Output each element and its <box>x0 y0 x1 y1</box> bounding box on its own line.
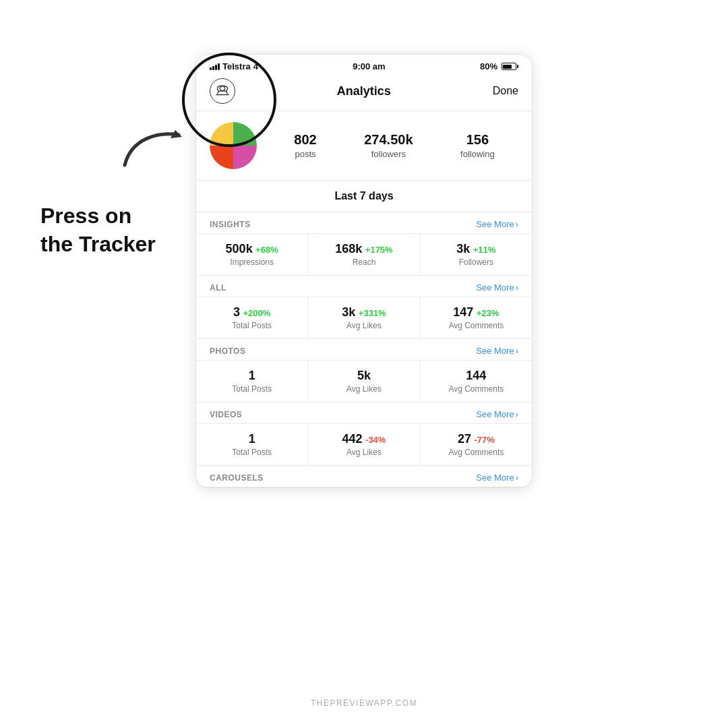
avatar-quadrant-bl <box>210 146 233 169</box>
metric-avg-comments-photos: 144 Avg Comments <box>421 361 532 402</box>
metric-value: 144 <box>431 369 521 383</box>
metric-value: 1 <box>207 432 297 446</box>
footer: THEPREVIEWAPP.COM <box>0 698 728 708</box>
period-section: Last 7 days <box>196 181 532 212</box>
done-button[interactable]: Done <box>493 85 518 97</box>
insights-header: INSIGHTS See More › <box>196 212 532 233</box>
metric-avg-likes-all: 3k +331% Avg Likes <box>308 297 420 338</box>
all-section: ALL See More › 3 +200% Total Posts 3k +3… <box>196 276 532 339</box>
metric-value: 5k <box>319 369 408 383</box>
chevron-right-icon: › <box>516 409 518 419</box>
avatar-quadrant-tl <box>210 122 233 146</box>
avatar-quadrant-tr <box>233 122 257 146</box>
insights-title: INSIGHTS <box>210 220 251 229</box>
profile-stats: 802 posts 274.50k followers 156 followin… <box>270 132 518 160</box>
metric-total-posts-all: 3 +200% Total Posts <box>196 297 308 338</box>
instruction-line1: Press on <box>40 202 156 231</box>
metric-value: 442 -34% <box>319 432 408 446</box>
instruction-text: Press on the Tracker <box>40 202 156 258</box>
stat-posts: 802 posts <box>294 132 316 160</box>
battery-tip <box>517 65 518 68</box>
all-see-more-label: See More <box>476 282 514 293</box>
posts-label: posts <box>295 149 315 159</box>
all-metrics-row: 3 +200% Total Posts 3k +331% Avg Likes 1… <box>196 297 532 338</box>
chevron-right-icon: › <box>516 219 518 229</box>
followers-value: 274.50k <box>364 132 413 148</box>
posts-value: 802 <box>294 132 316 148</box>
photos-see-more[interactable]: See More › <box>476 346 518 356</box>
footer-text: THEPREVIEWAPP.COM <box>311 698 417 708</box>
metric-followers: 3k +11% Followers <box>421 234 532 275</box>
metric-value: 147 +23% <box>431 305 521 320</box>
status-left: Telstra 4 <box>210 61 258 71</box>
spy-icon <box>215 84 230 98</box>
photos-section: PHOTOS See More › 1 Total Posts 5k Avg L… <box>196 339 532 402</box>
videos-header: VIDEOS See More › <box>196 402 532 423</box>
signal-bars-icon <box>210 63 220 70</box>
signal-bar-1 <box>210 67 212 70</box>
photos-metrics-row: 1 Total Posts 5k Avg Likes 144 Avg Comme… <box>196 360 532 402</box>
metric-impressions: 500k +68% Impressions <box>196 234 308 275</box>
chevron-right-icon: › <box>516 282 518 293</box>
insights-see-more[interactable]: See More › <box>476 219 518 229</box>
avatar-grid <box>210 122 257 169</box>
status-right: 80% <box>480 61 518 71</box>
status-bar: Telstra 4 9:00 am 80% <box>196 55 532 75</box>
battery-body <box>502 63 516 70</box>
metric-value: 3k +11% <box>431 242 521 256</box>
metric-avg-comments-videos: 27 -77% Avg Comments <box>421 424 532 465</box>
all-see-more[interactable]: See More › <box>476 282 518 293</box>
photos-header: PHOTOS See More › <box>196 339 532 360</box>
metric-total-posts-videos: 1 Total Posts <box>196 424 308 465</box>
carrier-label: Telstra <box>222 61 251 71</box>
metric-avg-comments-all: 147 +23% Avg Comments <box>421 297 532 338</box>
signal-bar-2 <box>212 66 214 70</box>
battery-percent: 80% <box>480 61 497 71</box>
videos-section: VIDEOS See More › 1 Total Posts 442 -34%… <box>196 402 532 466</box>
metric-value: 27 -77% <box>431 432 521 446</box>
instruction-block: Press on the Tracker <box>40 202 156 258</box>
time-label: 9:00 am <box>353 61 385 71</box>
metric-value: 1 <box>207 369 297 383</box>
instruction-line2: the Tracker <box>40 231 156 259</box>
profile-avatar <box>210 122 257 169</box>
battery-icon <box>502 63 518 70</box>
metric-avg-likes-videos: 442 -34% Avg Likes <box>308 424 420 465</box>
metric-value: 3k +331% <box>319 305 408 320</box>
metric-value: 3 +200% <box>207 305 297 320</box>
metric-value: 500k +68% <box>207 242 297 256</box>
nav-bar: Analytics Done <box>196 75 532 111</box>
stat-following: 156 following <box>460 132 495 160</box>
insights-see-more-label: See More <box>476 219 514 229</box>
videos-see-more-label: See More <box>476 409 514 419</box>
all-header: ALL See More › <box>196 276 532 297</box>
nav-title: Analytics <box>337 84 391 98</box>
metric-value: 168k +175% <box>319 242 408 256</box>
videos-title: VIDEOS <box>210 410 242 419</box>
photos-see-more-label: See More <box>476 346 514 356</box>
following-value: 156 <box>460 132 495 148</box>
carousels-section: CAROUSELS See More › <box>196 466 532 487</box>
period-label: Last 7 days <box>334 190 393 202</box>
carousels-header: CAROUSELS See More › <box>196 466 532 487</box>
carousels-title: CAROUSELS <box>210 473 264 483</box>
metric-reach: 168k +175% Reach <box>308 234 420 275</box>
photos-title: PHOTOS <box>210 346 245 356</box>
followers-label: followers <box>371 149 406 159</box>
profile-section: 802 posts 274.50k followers 156 followin… <box>196 111 532 181</box>
following-label: following <box>460 149 495 159</box>
stat-followers: 274.50k followers <box>364 132 413 160</box>
signal-bar-3 <box>215 65 217 70</box>
tracker-button[interactable] <box>210 78 235 104</box>
metric-avg-likes-photos: 5k Avg Likes <box>308 361 420 402</box>
chevron-right-icon: › <box>516 346 518 356</box>
signal-bar-4 <box>218 63 220 70</box>
videos-metrics-row: 1 Total Posts 442 -34% Avg Likes 27 -77%… <box>196 423 532 465</box>
battery-fill <box>503 65 512 69</box>
carousels-see-more-label: See More <box>476 473 514 483</box>
insights-section: INSIGHTS See More › 500k +68% Impression… <box>196 212 532 276</box>
videos-see-more[interactable]: See More › <box>476 409 518 419</box>
chevron-right-icon: › <box>516 473 518 483</box>
phone-frame: Telstra 4 9:00 am 80% <box>195 54 533 488</box>
carousels-see-more[interactable]: See More › <box>476 473 518 483</box>
